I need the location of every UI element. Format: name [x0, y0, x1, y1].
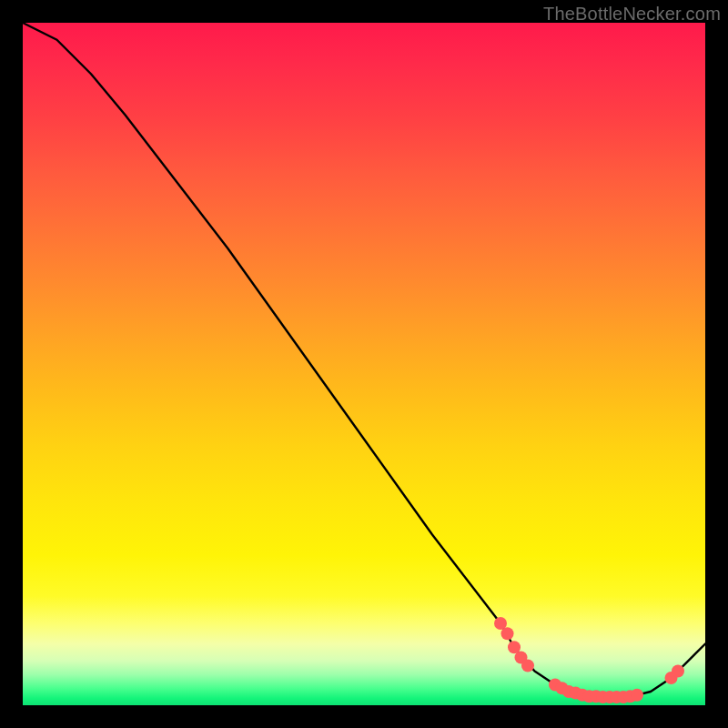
bottleneck-curve — [23, 23, 705, 697]
plot-area — [23, 23, 705, 705]
attribution-label: TheBottleNecker.com — [543, 4, 721, 25]
curve-svg — [23, 23, 705, 705]
data-marker — [501, 627, 514, 640]
data-marker — [631, 689, 643, 702]
data-marker — [521, 660, 534, 672]
chart-frame: TheBottleNecker.com — [0, 0, 728, 728]
data-marker — [672, 665, 684, 678]
curve-markers — [494, 617, 684, 703]
